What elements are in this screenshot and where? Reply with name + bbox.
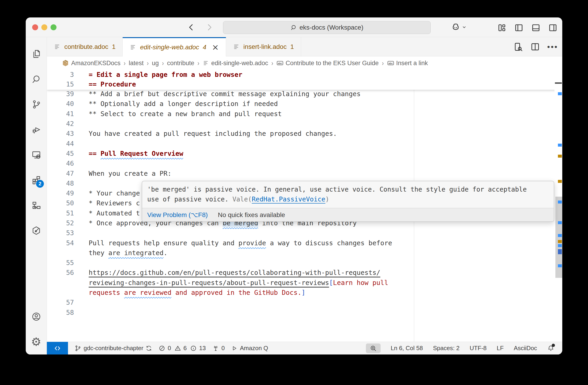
activity-hex-extension-icon[interactable] <box>26 218 47 243</box>
toggle-primary-sidebar-icon[interactable] <box>513 22 525 34</box>
forward-icon[interactable] <box>205 23 214 32</box>
encoding[interactable]: UTF-8 <box>470 345 487 352</box>
chevron-down-icon <box>462 24 467 30</box>
breadcrumb-item[interactable]: ug <box>152 60 159 67</box>
tooltip-message-line1: 'be merged' is passive voice. In general… <box>147 184 549 194</box>
breadcrumb-item[interactable]: abcInsert a link <box>387 59 428 67</box>
activity-account-icon[interactable] <box>26 304 47 329</box>
breadcrumb-separator: › <box>123 59 126 67</box>
copilot-menu[interactable] <box>451 22 467 32</box>
line-number: 49 <box>47 190 74 197</box>
view-problem-link[interactable]: View Problem (⌥F8) <box>147 211 208 219</box>
breadcrumb-item[interactable]: abcContribute to the EKS User Guide <box>276 59 378 67</box>
editor-line-43[interactable]: 43You have created a pull request includ… <box>47 129 562 139</box>
close-window-button[interactable] <box>32 24 38 30</box>
editor-line-56[interactable]: 56https://docs.github.com/en/pull-reques… <box>47 268 562 278</box>
editor-line-wrap[interactable]: requests are reviewed and approved in th… <box>47 288 562 298</box>
remote-indicator[interactable] <box>47 342 68 354</box>
vale-rule-link[interactable]: RedHat.PassiveVoice <box>252 195 325 203</box>
back-icon[interactable] <box>187 23 196 32</box>
activity-remote-explorer-icon[interactable] <box>26 142 47 168</box>
editor-line-58[interactable]: 58 <box>47 308 562 318</box>
line-content: Pull requests help ensure quality and pr… <box>89 239 392 247</box>
line-content: reviewing-changes-in-pull-requests/about… <box>89 279 388 287</box>
minimize-window-button[interactable] <box>41 24 47 30</box>
indentation[interactable]: Spaces: 2 <box>433 345 460 352</box>
editor-line-42[interactable]: 42 <box>47 119 562 129</box>
line-number: 52 <box>47 219 74 227</box>
activity-hierarchy-icon[interactable] <box>26 193 47 218</box>
problems-item[interactable]: 0 6 13 <box>158 345 206 352</box>
editor-line-wrap[interactable]: they are integrated. <box>47 248 562 258</box>
breadcrumb-item[interactable]: latest <box>129 60 144 67</box>
editor-line-55[interactable]: 55 <box>47 258 562 268</box>
editor-line-15[interactable]: 15== Procedure <box>47 79 562 89</box>
split-editor-icon[interactable] <box>530 42 540 52</box>
line-number: 15 <box>47 80 74 88</box>
editor-line-53[interactable]: 53 <box>47 228 562 238</box>
editor-line-46[interactable]: 46 <box>47 158 562 168</box>
tab-edit-single-web.adoc[interactable]: edit-single-web.adoc4× <box>123 37 226 57</box>
open-preview-icon[interactable] <box>513 42 523 52</box>
ports-item[interactable]: 0 <box>212 345 225 352</box>
activity-source-control-icon[interactable] <box>26 92 47 117</box>
line-content: When you create a PR: <box>89 170 171 177</box>
amazon-q-label: Amazon Q <box>240 345 268 352</box>
editor[interactable]: 39** Add a brief but descriptive commit … <box>47 70 562 342</box>
notifications-bell[interactable] <box>547 345 554 352</box>
breadcrumb-item[interactable]: contribute <box>167 60 194 67</box>
editor-line-54[interactable]: 54Pull requests help ensure quality and … <box>47 238 562 248</box>
customize-layout-icon[interactable] <box>496 22 508 34</box>
activity-gear-icon[interactable]: ⚙ <box>26 329 47 354</box>
tab-insert-link.adoc[interactable]: insert-link.adoc1 <box>226 37 301 56</box>
search-icon <box>290 24 297 31</box>
svg-text:abc: abc <box>278 62 282 65</box>
line-number: 44 <box>47 140 74 148</box>
line-number: 57 <box>47 299 74 306</box>
editor-line-47[interactable]: 47When you create a PR: <box>47 168 562 178</box>
amazon-q-item[interactable]: Amazon Q <box>231 345 268 352</box>
tab-contribute.adoc[interactable]: contribute.adoc1 <box>47 37 123 56</box>
overview-mark <box>558 155 562 158</box>
info-count: 13 <box>199 345 206 352</box>
zoom-window-button[interactable] <box>51 24 57 30</box>
editor-line-39[interactable]: 39** Add a brief but descriptive commit … <box>47 89 562 99</box>
toggle-secondary-sidebar-icon[interactable] <box>547 22 559 34</box>
overview-mark <box>558 201 562 204</box>
activity-explorer-icon[interactable] <box>26 41 47 67</box>
line-content: ** Add a brief but descriptive commit me… <box>89 90 361 98</box>
listfile-icon <box>203 60 210 67</box>
command-center-search[interactable]: eks-docs (Workspace) <box>223 21 431 34</box>
breadcrumb-item[interactable]: edit-single-web.adoc <box>203 60 268 67</box>
overview-mark <box>558 180 562 183</box>
activity-search-icon[interactable] <box>26 67 47 92</box>
overview-ruler[interactable] <box>554 70 562 342</box>
editor-line-41[interactable]: 41** Select to create a new branch and p… <box>47 109 562 119</box>
zoom-indicator[interactable] <box>366 344 380 353</box>
language-mode[interactable]: AsciiDoc <box>514 345 537 352</box>
line-number: 3 <box>47 71 74 78</box>
editor-line-44[interactable]: 44 <box>47 139 562 149</box>
more-actions-icon[interactable]: ••• <box>547 42 558 51</box>
eol-sequence[interactable]: LF <box>497 345 504 352</box>
activity-bar: 2⚙ <box>26 37 47 354</box>
title-bar: eks-docs (Workspace) <box>26 18 562 37</box>
editor-line-3[interactable]: 3= Edit a single page from a web browser <box>47 70 562 79</box>
line-content: * Automated t <box>89 210 140 217</box>
cursor-position[interactable]: Ln 6, Col 58 <box>391 345 423 352</box>
line-content: You have created a pull request includin… <box>89 130 337 137</box>
toggle-panel-icon[interactable] <box>530 22 542 34</box>
editor-line-40[interactable]: 40** Optionally add a longer description… <box>47 99 562 109</box>
activity-extensions-icon[interactable]: 2 <box>26 168 47 193</box>
sticky-scroll[interactable]: 3= Edit a single page from a web browser… <box>47 70 562 90</box>
editor-line-45[interactable]: 45== Pull Request Overview <box>47 149 562 158</box>
close-tab-icon[interactable]: × <box>212 43 219 51</box>
editor-line-57[interactable]: 57 <box>47 298 562 308</box>
info-icon <box>190 345 197 352</box>
overview-mark <box>558 234 562 237</box>
git-branch-item[interactable]: gdc-contribute-chapter <box>74 345 152 352</box>
activity-run-debug-icon[interactable] <box>26 117 47 142</box>
breadcrumb-item[interactable]: AmazonEKSDocs <box>62 59 121 67</box>
line-content: = Edit a single page from a web browser <box>89 71 242 78</box>
editor-line-wrap[interactable]: reviewing-changes-in-pull-requests/about… <box>47 278 562 288</box>
